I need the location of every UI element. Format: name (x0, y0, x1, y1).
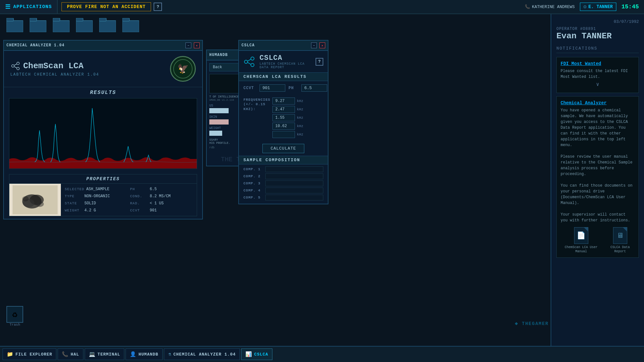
comp-label-1: COMP. 1 (243, 167, 263, 171)
chemscan-manual-label: ChemScan LCA User Manual (561, 245, 602, 254)
svg-point-23 (22, 196, 29, 201)
chem-titlebar: CHEMICAL ANALYZER 1.04 – ✕ (4, 41, 202, 51)
notif2-title[interactable]: Chemical Analyzer (561, 100, 635, 106)
ccvt-field-row: CCVT pH (243, 84, 323, 92)
freq-row-3: kHz (272, 114, 323, 121)
freq-row-4: kHz (272, 123, 323, 130)
desktop-icon-6[interactable] (122, 18, 139, 32)
chemscan-manual-icon: 📄 (574, 227, 588, 244)
prop-ccvt: CCVT 901 (130, 208, 193, 213)
notif2-text: You have opened a chemical sample. We ha… (561, 107, 635, 223)
molecule-logo-icon (10, 61, 21, 71)
ccvt-input[interactable] (260, 84, 285, 92)
prop-ph: PH 6.5 (130, 186, 193, 192)
comp-row-1: COMP. 1 (243, 166, 323, 172)
freq-input-4[interactable] (272, 123, 295, 130)
svg-point-22 (36, 201, 44, 207)
comp-row-2: COMP. 2 (243, 173, 323, 179)
hal-icon: 📞 (62, 351, 69, 357)
cslca-molecule-icon (243, 55, 256, 68)
file-icons-row (0, 14, 146, 36)
chem-minimize-button[interactable]: – (185, 42, 191, 48)
chem-header: ChemScan LCA LaBTech Chemical Analyzer 1… (4, 51, 202, 87)
operator-label: Operator #O8891 (556, 27, 639, 31)
cslca-help-button[interactable]: ? (316, 58, 323, 66)
taskbar-cslca[interactable]: 📊 CSLCA (241, 348, 272, 360)
freq-row-2: kHz (272, 106, 323, 113)
terminal-label: TERMINAL (98, 352, 120, 357)
top-bar-right: 📞 KATHERINE ANDREWS ⚙ E. TANNER 15:45 (525, 3, 644, 11)
taskbar-file-explorer[interactable]: 📁 FILE EXPLORER (3, 348, 56, 360)
svg-line-27 (248, 59, 251, 61)
help-button[interactable]: ? (154, 3, 162, 11)
trash-container[interactable]: ♻ Trash (6, 306, 23, 327)
desktop-icon-4[interactable] (76, 18, 93, 32)
cslca-report-close-button[interactable]: ✕ (319, 42, 325, 48)
freq-unit-5: kHz (297, 133, 303, 136)
hal-label: HAL (71, 352, 79, 357)
svg-line-28 (248, 62, 251, 64)
properties-section: Properties SELECTED (9, 174, 197, 216)
prop-selected: SELECTED Ash_sample (65, 186, 128, 192)
freq-input-3[interactable] (272, 114, 295, 121)
task-label: PROVE FIRE NOT AN ACCIDENT (62, 2, 151, 11)
chem-logo-title: ChemScan LCA (10, 61, 164, 71)
notif-doc-icons: 📄 ChemScan LCA User Manual 🖥 CSLCA Data … (561, 227, 635, 254)
chem-close-button[interactable]: ✕ (194, 42, 200, 48)
desktop-icon-1[interactable] (6, 18, 23, 32)
current-user-name: E. TANNER (588, 4, 613, 9)
svg-point-24 (244, 60, 248, 63)
freq-input-5[interactable] (272, 131, 295, 138)
comp-label-5: COMP. 5 (243, 196, 263, 200)
desktop-icon-3[interactable] (53, 18, 70, 32)
prop-rad: RAD. < 1 US (130, 200, 193, 206)
chemical-analyzer-window: CHEMICAL ANALYZER 1.04 – ✕ ChemScan LCA … (3, 40, 203, 219)
humandb-taskbar-label: HUMANDB (138, 352, 158, 357)
doc-icon-cslca-report[interactable]: 🖥 CSLCA Data Report (606, 227, 635, 254)
cslca-main-title: CSLCA (260, 54, 312, 62)
cslca-taskbar-label: CSLCA (254, 352, 268, 357)
gear-icon: ⚙ (583, 4, 587, 10)
prop-rad-label: RAD. (130, 201, 148, 205)
taskbar-humandb[interactable]: 👤 HUMANDB (126, 348, 163, 360)
file-explorer-label: FILE EXPLORER (15, 352, 52, 357)
humandb-weight-field (209, 131, 222, 136)
properties-title: Properties (9, 174, 197, 184)
composition-title: Sample Composition (239, 156, 328, 164)
taskbar-hal[interactable]: 📞 HAL (58, 348, 83, 360)
freq-label: Frequencies(+/- 0.15 kHz): (243, 97, 269, 138)
prop-state-value: Solid (84, 201, 96, 206)
svg-rect-10 (122, 21, 139, 32)
cslca-report-titlebar: CSLCA – ✕ (239, 41, 328, 51)
calculate-button[interactable]: Calculate (262, 144, 304, 153)
prop-selected-label: SELECTED (65, 187, 84, 191)
svg-rect-9 (99, 18, 106, 21)
notif1-title[interactable]: FDI Most Wanted (561, 61, 635, 66)
taskbar: 📁 FILE EXPLORER 📞 HAL 💻 TERMINAL 👤 HUMAN… (0, 346, 644, 362)
chemscan-results-title: ChemScan LCA Results (239, 72, 328, 81)
doc-icon-chemscan-manual[interactable]: 📄 ChemScan LCA User Manual (561, 227, 602, 254)
desktop-icon-2[interactable] (30, 18, 46, 32)
cslca-report-minimize-button[interactable]: – (311, 42, 317, 48)
cslca-report-window-title: CSLCA (242, 43, 308, 48)
task-text: PROVE FIRE NOT AN ACCIDENT (67, 4, 146, 9)
ph-input[interactable] (301, 84, 327, 92)
prop-type-label: TYPE (65, 194, 82, 198)
taskbar-terminal[interactable]: 💻 TERMINAL (85, 348, 124, 360)
thegamer-diamond-icon: ◆ (515, 321, 519, 327)
chem-logo-subtitle: LaBTech Chemical Analyzer 1.04 (10, 72, 164, 77)
comp-label-3: COMP. 3 (243, 181, 263, 185)
desktop-icon-5[interactable] (99, 18, 116, 32)
seal-inner: 🦅 (173, 59, 193, 79)
top-bar: ☰ APPLICATIONS PROVE FIRE NOT AN ACCIDEN… (0, 0, 644, 14)
trash-icon: ♻ (6, 306, 23, 323)
applications-menu[interactable]: ☰ APPLICATIONS (0, 0, 58, 14)
freq-input-1[interactable] (272, 97, 295, 105)
prop-ccvt-label: CCVT (130, 209, 148, 212)
notif1-expand-button[interactable]: ∨ (561, 80, 635, 89)
freq-input-2[interactable] (272, 106, 295, 113)
svg-rect-11 (122, 18, 129, 21)
humandb-skin-field (209, 119, 229, 125)
taskbar-chemical-analyzer[interactable]: ⚗ CHEMICAL ANALYZER 1.04 (164, 348, 240, 360)
properties-body: SELECTED Ash_sample PH 6.5 TYPE Non-orga… (9, 184, 197, 216)
